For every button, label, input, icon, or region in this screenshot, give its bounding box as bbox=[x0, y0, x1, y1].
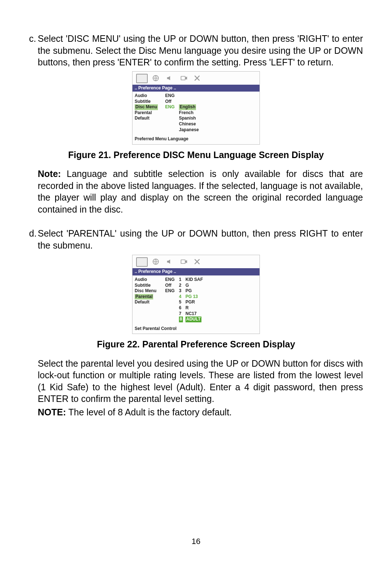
fig21-opt-french: French bbox=[179, 110, 257, 116]
globe-icon bbox=[151, 258, 162, 266]
fig22-caption: Figure 22. Parental Preference Screen Di… bbox=[29, 338, 363, 350]
svg-rect-1 bbox=[181, 76, 185, 80]
fig22-r3-num: 4 bbox=[179, 294, 185, 300]
fig21-icon-row bbox=[132, 72, 260, 85]
fig22-body: AudioENG1KID SAF SubtitleOff2G Disc Menu… bbox=[132, 275, 260, 325]
video-icon bbox=[179, 258, 189, 266]
fig22-r2-num: 3 bbox=[179, 288, 185, 294]
fig21-row3-label: Parental bbox=[135, 110, 165, 116]
note-d-label: NOTE: bbox=[38, 407, 66, 417]
fig22-r2-opt: PG bbox=[185, 288, 257, 294]
fig21-row2-val: ENG bbox=[165, 104, 179, 110]
fig22-menu-screenshot: .. Preference Page .. AudioENG1KID SAF S… bbox=[132, 255, 260, 334]
fig22-r2-val: ENG bbox=[165, 288, 179, 294]
fig22-r3-opt: PG 13 bbox=[185, 294, 257, 300]
fig21-header: .. Preference Page .. bbox=[132, 85, 260, 92]
fig21-footer: Preferred Menu Language bbox=[132, 135, 260, 144]
fig22-r1-opt: G bbox=[185, 283, 257, 289]
section-c-text: Select 'DISC MENU' using the UP or DOWN … bbox=[38, 33, 363, 68]
fig21-opt-spanish: Spanish bbox=[179, 116, 257, 121]
fig22-r7-opt: ADULT bbox=[185, 317, 201, 322]
fig22-r7-num: 8 bbox=[179, 317, 183, 322]
fig22-r4-num: 5 bbox=[179, 299, 185, 305]
fig21-opt-chinese: Chinese bbox=[179, 121, 257, 127]
fig21-row0-label: Audio bbox=[135, 93, 165, 99]
note-c: Note: Language and subtitle selection is… bbox=[29, 168, 363, 215]
speaker-icon bbox=[165, 258, 175, 266]
section-d: d. Select 'PARENTAL' using the UP or DOW… bbox=[29, 227, 363, 251]
fig22-r5-opt: R bbox=[185, 305, 257, 311]
note-d-text: The level of 8 Adult is the factory defa… bbox=[66, 407, 232, 417]
fig22-r2-label: Disc Menu bbox=[135, 288, 165, 294]
fig22-r0-num: 1 bbox=[179, 277, 185, 283]
screen-icon bbox=[136, 257, 148, 267]
fig22-r0-label: Audio bbox=[135, 277, 165, 283]
section-d-text: Select 'PARENTAL' using the UP or DOWN b… bbox=[38, 227, 363, 251]
x-icon bbox=[193, 74, 203, 82]
note-c-label: Note: bbox=[38, 169, 61, 179]
fig21-row4-label: Default bbox=[135, 116, 165, 121]
x-icon bbox=[193, 258, 203, 266]
fig22-r4-opt: PGR bbox=[185, 299, 257, 305]
page-number: 16 bbox=[0, 537, 392, 546]
fig22-r4-label: Default bbox=[135, 299, 165, 305]
fig22-r1-label: Subtitle bbox=[135, 283, 165, 289]
fig22-r0-opt: KID SAF bbox=[185, 277, 257, 283]
note-c-text: Language and subtitle selection is only … bbox=[38, 169, 363, 214]
fig22-r6-opt: NC17 bbox=[185, 311, 257, 317]
fig21-row2-label: Disc Menu bbox=[135, 104, 158, 110]
fig21-body: AudioENG SubtitleOff Disc Menu ENG Engli… bbox=[132, 92, 260, 135]
fig22-icon-row bbox=[132, 255, 260, 268]
fig21-row1-val: Off bbox=[165, 99, 179, 105]
fig21-row1-label: Subtitle bbox=[135, 99, 165, 105]
fig22-r6-num: 7 bbox=[179, 311, 185, 317]
screen-icon bbox=[136, 74, 148, 83]
globe-icon bbox=[151, 74, 162, 82]
video-icon bbox=[179, 74, 189, 82]
fig22-r3-label: Parental bbox=[135, 294, 153, 300]
para-d1: Select the parental level you desired us… bbox=[29, 358, 363, 405]
fig21-caption: Figure 21. Preference DISC Menu Language… bbox=[29, 149, 363, 161]
section-d-marker: d. bbox=[29, 227, 38, 251]
fig22-r0-val: ENG bbox=[165, 277, 179, 283]
section-c-marker: c. bbox=[29, 33, 38, 68]
fig22-footer: Set Parental Control bbox=[132, 325, 260, 334]
speaker-icon bbox=[165, 74, 175, 82]
section-c: c. Select 'DISC MENU' using the UP or DO… bbox=[29, 33, 363, 68]
fig21-row0-val: ENG bbox=[165, 93, 179, 99]
fig22-r1-num: 2 bbox=[179, 283, 185, 289]
fig22-r5-num: 6 bbox=[179, 305, 185, 311]
note-d: NOTE: The level of 8 Adult is the factor… bbox=[29, 406, 363, 418]
fig21-opt-japanese: Japanese bbox=[179, 127, 257, 133]
fig22-header: .. Preference Page .. bbox=[132, 268, 260, 275]
svg-rect-3 bbox=[181, 260, 185, 263]
fig21-opt-english: English bbox=[179, 104, 196, 110]
fig21-menu-screenshot: .. Preference Page .. AudioENG SubtitleO… bbox=[132, 71, 260, 145]
fig22-r1-val: Off bbox=[165, 283, 179, 289]
